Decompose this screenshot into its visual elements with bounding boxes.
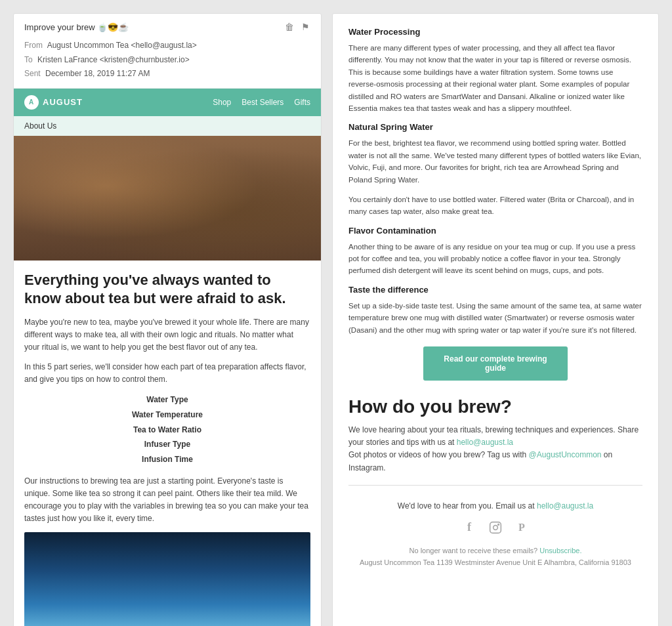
email-panel: Improve your brew 🍵😎☕ 🗑 ⚑ From August Un… xyxy=(13,13,322,626)
how-brew-title: How do you brew? xyxy=(348,396,642,417)
intro-paragraph-1: Maybe you're new to tea, maybe you've br… xyxy=(24,316,310,354)
brew-email-link[interactable]: hello@august.la xyxy=(457,438,513,447)
email-subject: Improve your brew 🍵😎☕ xyxy=(24,22,129,32)
from-row: From August Uncommon Tea <hello@august.l… xyxy=(24,39,310,53)
trash-icon[interactable]: 🗑 xyxy=(284,22,295,32)
footer-email-link[interactable]: hello@august.la xyxy=(537,501,593,511)
cta-button[interactable]: Read our complete brewing guide xyxy=(423,346,568,381)
water-image-inner xyxy=(24,532,310,626)
to-email: <kristen@churnbuster.io> xyxy=(100,55,190,64)
taste-title: Taste the difference xyxy=(348,285,642,295)
content-panel: Water Processing There are many differen… xyxy=(332,13,659,626)
facebook-icon[interactable]: f xyxy=(461,520,477,535)
spring-water-title: Natural Spring Water xyxy=(348,122,642,132)
footer-email-text: We'd love to hear from you. Email us at … xyxy=(348,501,642,511)
to-row: To Kristen LaFrance <kristen@churnbuster… xyxy=(24,53,310,68)
svg-point-1 xyxy=(494,525,498,530)
spring-water-p1: For the best, brightest tea flavor, we r… xyxy=(348,137,642,186)
from-label: From xyxy=(24,41,43,50)
august-logo: A AUGUST xyxy=(24,95,83,110)
list-item-2: Water Temperature xyxy=(24,407,310,423)
sent-row: Sent December 18, 2019 11:27 AM xyxy=(24,67,310,81)
brew-instagram-link[interactable]: @AugustUncommon xyxy=(529,450,602,459)
logo-icon: A xyxy=(24,95,39,110)
footer-email-label: We'd love to hear from you. Email us at xyxy=(398,501,535,511)
flavor-text: Another thing to be aware of is any resi… xyxy=(348,241,642,277)
spring-water-p2: You certainly don't have to use bottled … xyxy=(348,194,642,218)
main-headline: Everything you've always wanted to know … xyxy=(24,271,310,308)
hero-image-inner xyxy=(14,136,321,261)
water-image xyxy=(24,532,310,626)
brew-p2: Got photos or videos of how you brew? Ta… xyxy=(348,450,526,459)
brew-text: We love hearing about your tea rituals, … xyxy=(348,424,642,474)
email-meta: From August Uncommon Tea <hello@august.l… xyxy=(24,39,310,81)
nav-links: Shop Best Sellers Gifts xyxy=(213,98,310,107)
water-processing-title: Water Processing xyxy=(348,27,642,37)
flag-icon[interactable]: ⚑ xyxy=(300,22,310,32)
list-item-3: Tea to Water Ratio xyxy=(24,423,310,438)
list-item-5: Infusion Time xyxy=(24,452,310,467)
hero-image xyxy=(14,136,321,261)
footer-unsubscribe: No longer want to receive these emails? … xyxy=(348,545,642,569)
pinterest-icon[interactable]: P xyxy=(514,520,530,535)
nav-gifts[interactable]: Gifts xyxy=(294,98,310,107)
svg-point-2 xyxy=(498,524,499,525)
nav-shop[interactable]: Shop xyxy=(213,98,231,107)
unsubscribe-link[interactable]: Unsubscribe. xyxy=(539,547,581,554)
footer-divider xyxy=(348,485,642,486)
social-icons: f P xyxy=(348,520,642,535)
email-action-icons: 🗑 ⚑ xyxy=(284,22,310,32)
sent-label: Sent xyxy=(24,69,41,78)
flavor-title: Flavor Contamination xyxy=(348,226,642,236)
main-container: Improve your brew 🍵😎☕ 🗑 ⚑ From August Un… xyxy=(13,13,659,626)
to-name: Kristen LaFrance xyxy=(37,55,97,64)
taste-text: Set up a side-by-side taste test. Using … xyxy=(348,300,642,336)
footer-section: We'd love to hear from you. Email us at … xyxy=(348,496,642,569)
email-main-content: Everything you've always wanted to know … xyxy=(14,261,321,626)
about-us-bar: About Us xyxy=(14,116,321,136)
intro-paragraph-2: In this 5 part series, we'll consider ho… xyxy=(24,361,310,386)
email-subject-row: Improve your brew 🍵😎☕ 🗑 ⚑ xyxy=(24,22,310,32)
about-us-label: About Us xyxy=(24,121,56,131)
email-header: Improve your brew 🍵😎☕ 🗑 ⚑ From August Un… xyxy=(14,14,321,89)
logo-text: AUGUST xyxy=(43,97,83,107)
list-item-4: Infuser Type xyxy=(24,437,310,452)
email-body: A AUGUST Shop Best Sellers Gifts About U… xyxy=(14,89,321,626)
from-email: <hello@august.la> xyxy=(131,41,197,50)
august-nav: A AUGUST Shop Best Sellers Gifts xyxy=(14,89,321,116)
nav-best-sellers[interactable]: Best Sellers xyxy=(242,98,284,107)
instagram-icon[interactable] xyxy=(488,520,503,535)
unsubscribe-address: August Uncommon Tea 1139 Westminster Ave… xyxy=(360,558,631,566)
instructions-text: Our instructions to brewing tea are just… xyxy=(24,475,310,526)
water-processing-text: There are many different types of water … xyxy=(348,42,642,114)
sent-date: December 18, 2019 11:27 AM xyxy=(45,69,150,78)
list-item-1: Water Type xyxy=(24,392,310,407)
svg-rect-0 xyxy=(490,522,501,533)
from-name: August Uncommon Tea xyxy=(47,41,129,50)
unsubscribe-line1: No longer want to receive these emails? xyxy=(410,547,538,554)
to-label: To xyxy=(24,55,33,64)
tea-list: Water Type Water Temperature Tea to Wate… xyxy=(24,392,310,467)
